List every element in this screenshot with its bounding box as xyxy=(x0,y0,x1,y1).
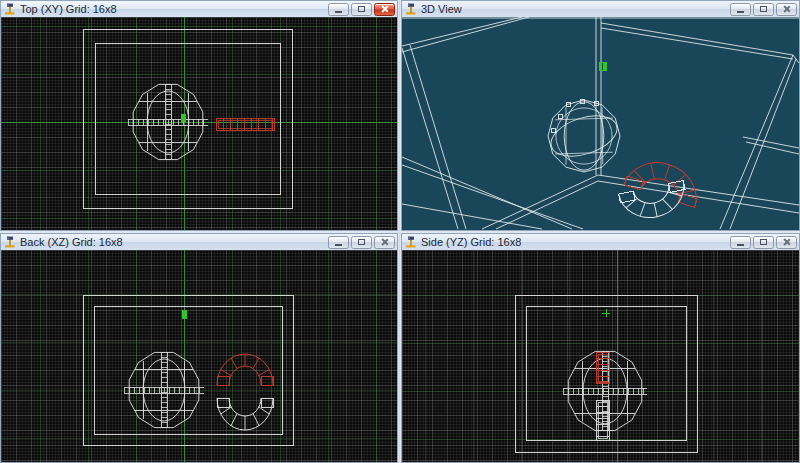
window-controls xyxy=(328,3,395,16)
hammer-icon xyxy=(4,3,16,15)
maximize-icon xyxy=(358,6,365,12)
wireframe-scene-3d xyxy=(402,17,799,230)
wireframe-scene-side xyxy=(402,250,799,462)
close-icon xyxy=(782,238,791,247)
viewport-title: 3D View xyxy=(421,4,462,15)
minimize-icon xyxy=(335,244,342,246)
titlebar-top-xy[interactable]: Top (XY) Grid: 16x8 xyxy=(1,1,397,18)
maximize-icon xyxy=(760,6,767,12)
canvas-3d[interactable] xyxy=(402,17,799,230)
close-icon xyxy=(380,238,389,247)
minimize-button[interactable] xyxy=(328,3,349,16)
hammer-icon xyxy=(405,236,417,248)
minimize-icon xyxy=(737,11,744,13)
minimize-button[interactable] xyxy=(730,236,751,249)
window-controls xyxy=(730,236,797,249)
viewport-title: Top (XY) Grid: 16x8 xyxy=(20,4,117,15)
viewport-title: Side (YZ) Grid: 16x8 xyxy=(421,237,521,248)
titlebar-back-xz[interactable]: Back (XZ) Grid: 16x8 xyxy=(1,234,397,251)
minimize-button[interactable] xyxy=(328,236,349,249)
close-button[interactable] xyxy=(776,236,797,249)
hammer-icon xyxy=(405,3,417,15)
window-controls xyxy=(328,236,395,249)
viewport-window-top-xy: Top (XY) Grid: 16x8 xyxy=(0,0,398,231)
close-button[interactable] xyxy=(776,3,797,16)
hammer-icon xyxy=(4,236,16,248)
window-controls xyxy=(730,3,797,16)
close-icon xyxy=(380,5,389,14)
titlebar-side-yz[interactable]: Side (YZ) Grid: 16x8 xyxy=(402,234,799,251)
viewport-window-3d: 3D View xyxy=(401,0,800,231)
close-button[interactable] xyxy=(374,236,395,249)
wireframe-scene-top xyxy=(1,17,397,230)
minimize-button[interactable] xyxy=(730,3,751,16)
maximize-button[interactable] xyxy=(753,236,774,249)
minimize-icon xyxy=(737,244,744,246)
map-editor-workspace: { "viewports": { "top": {"title": "Top (… xyxy=(0,0,800,463)
minimize-icon xyxy=(335,11,342,13)
viewport-window-side-yz: Side (YZ) Grid: 16x8 xyxy=(401,233,800,463)
viewport-title: Back (XZ) Grid: 16x8 xyxy=(20,237,123,248)
maximize-icon xyxy=(760,239,767,245)
close-button[interactable] xyxy=(374,3,395,16)
canvas-side-yz[interactable] xyxy=(402,250,799,462)
titlebar-3d[interactable]: 3D View xyxy=(402,1,799,18)
viewport-window-back-xz: Back (XZ) Grid: 16x8 xyxy=(0,233,398,463)
canvas-top-xy[interactable] xyxy=(1,17,397,230)
maximize-button[interactable] xyxy=(351,3,372,16)
canvas-back-xz[interactable] xyxy=(1,250,397,462)
maximize-button[interactable] xyxy=(753,3,774,16)
maximize-icon xyxy=(358,239,365,245)
wireframe-scene-back xyxy=(1,250,397,462)
close-icon xyxy=(782,5,791,14)
maximize-button[interactable] xyxy=(351,236,372,249)
